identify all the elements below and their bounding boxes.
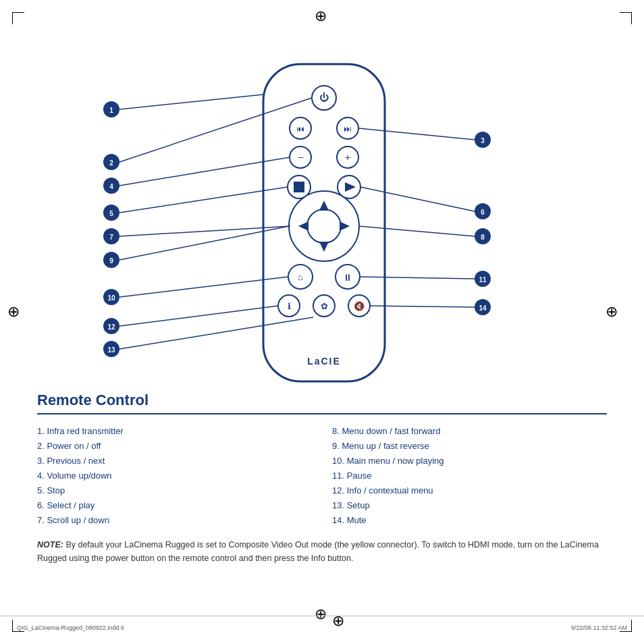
svg-text:6: 6 (481, 209, 485, 216)
labels-col-left: 1. Infra red transmitter 2. Power on / o… (37, 424, 312, 529)
svg-point-7 (290, 146, 311, 168)
svg-text:⏮: ⏮ (296, 124, 304, 134)
svg-text:11: 11 (479, 276, 487, 284)
svg-point-21 (288, 265, 313, 289)
svg-point-41 (103, 178, 119, 194)
svg-line-58 (359, 226, 475, 236)
svg-text:⏭: ⏭ (344, 124, 352, 134)
svg-point-11 (288, 176, 311, 198)
svg-text:LaCIE: LaCIE (307, 356, 341, 367)
svg-point-50 (103, 252, 119, 268)
svg-marker-19 (298, 221, 308, 231)
svg-rect-12 (294, 182, 304, 192)
svg-line-55 (360, 187, 475, 211)
svg-text:2: 2 (109, 159, 113, 167)
crosshair-right (613, 311, 629, 327)
svg-point-59 (103, 289, 119, 305)
svg-point-27 (313, 295, 335, 317)
content-area: Remote Control 1. Infra red transmitter … (37, 392, 607, 565)
svg-marker-17 (319, 200, 329, 211)
svg-marker-14 (345, 182, 356, 192)
label-6: 6. Select / play (37, 498, 312, 513)
footer: QIG_LaCinema-Rugged_080922.indd 6 9/22/0… (0, 616, 644, 636)
svg-text:−: − (298, 152, 303, 163)
svg-text:⌂: ⌂ (298, 272, 303, 282)
svg-point-32 (103, 101, 119, 117)
svg-point-71 (475, 299, 491, 315)
svg-point-23 (336, 265, 360, 289)
svg-marker-18 (319, 242, 329, 252)
svg-text:1: 1 (109, 107, 113, 114)
svg-line-37 (119, 98, 312, 162)
svg-point-68 (475, 271, 491, 287)
svg-point-9 (337, 146, 358, 168)
svg-point-16 (307, 209, 341, 243)
svg-line-67 (119, 317, 313, 349)
labels-container: 1. Infra red transmitter 2. Power on / o… (37, 424, 607, 529)
svg-point-44 (103, 205, 119, 221)
footer-left: QIG_LaCinema-Rugged_080922.indd 6 (17, 624, 124, 631)
svg-line-43 (119, 157, 290, 186)
label-8: 8. Menu down / fast forward (332, 424, 607, 439)
svg-text:⏻: ⏻ (319, 92, 329, 103)
svg-point-53 (475, 203, 491, 219)
note-label: NOTE: (37, 540, 63, 549)
svg-text:🔇: 🔇 (354, 300, 365, 312)
svg-text:+: + (345, 152, 350, 163)
svg-point-5 (337, 117, 358, 139)
footer-crosshair (340, 620, 356, 636)
svg-line-49 (119, 226, 290, 236)
svg-text:13: 13 (107, 346, 115, 354)
svg-line-64 (119, 306, 278, 326)
svg-rect-0 (263, 64, 385, 381)
svg-point-35 (103, 154, 119, 170)
label-7: 7. Scroll up / down (37, 513, 312, 528)
svg-text:8: 8 (481, 234, 485, 241)
label-5: 5. Stop (37, 483, 312, 498)
label-1: 1. Infra red transmitter (37, 424, 312, 439)
label-13: 13. Setup (332, 498, 607, 513)
svg-point-62 (103, 318, 119, 334)
footer-right: 9/22/08 11:32:52 AM (571, 624, 627, 631)
corner-mark-tl (12, 12, 24, 24)
label-9: 9. Menu up / fast reverse (332, 439, 607, 454)
label-4: 4. Volume up/down (37, 468, 312, 483)
note-text: NOTE: By default your LaCinema Rugged is… (37, 539, 607, 565)
svg-line-34 (119, 95, 263, 109)
svg-point-13 (338, 176, 360, 198)
crosshair-left (15, 311, 31, 327)
svg-point-29 (348, 295, 370, 317)
svg-point-3 (290, 117, 311, 139)
svg-text:ℹ: ℹ (288, 301, 291, 311)
note-body: By default your LaCinema Rugged is set t… (37, 540, 599, 562)
svg-point-15 (289, 191, 359, 261)
label-3: 3. Previous / next (37, 454, 312, 468)
svg-text:3: 3 (481, 137, 485, 144)
svg-line-70 (360, 277, 475, 279)
corner-mark-tr (620, 12, 632, 24)
svg-text:✿: ✿ (321, 301, 328, 311)
label-10: 10. Main menu / now playing (332, 454, 607, 468)
svg-point-47 (103, 228, 119, 244)
svg-text:14: 14 (479, 304, 487, 312)
svg-text:4: 4 (109, 183, 113, 190)
svg-text:12: 12 (107, 323, 115, 331)
labels-col-right: 8. Menu down / fast forward 9. Menu up /… (332, 424, 607, 529)
label-11: 11. Pause (332, 468, 607, 483)
svg-text:9: 9 (109, 257, 113, 265)
section-title: Remote Control (37, 392, 607, 409)
svg-point-38 (475, 132, 491, 148)
svg-marker-20 (340, 221, 350, 231)
svg-text:10: 10 (107, 294, 115, 302)
label-12: 12. Info / contextual menu (332, 483, 607, 498)
svg-text:5: 5 (109, 210, 113, 217)
svg-point-56 (475, 228, 491, 244)
svg-text:7: 7 (109, 234, 113, 241)
svg-line-61 (119, 277, 288, 297)
svg-point-1 (312, 86, 336, 110)
svg-line-52 (119, 226, 289, 260)
divider (37, 413, 607, 414)
remote-diagram: ⏻ ⏮ ⏭ − + ⌂ ⏸ ℹ ✿ 🔇 LaCIE 1 2 (41, 37, 608, 395)
svg-line-40 (358, 128, 475, 140)
svg-point-65 (103, 341, 119, 357)
